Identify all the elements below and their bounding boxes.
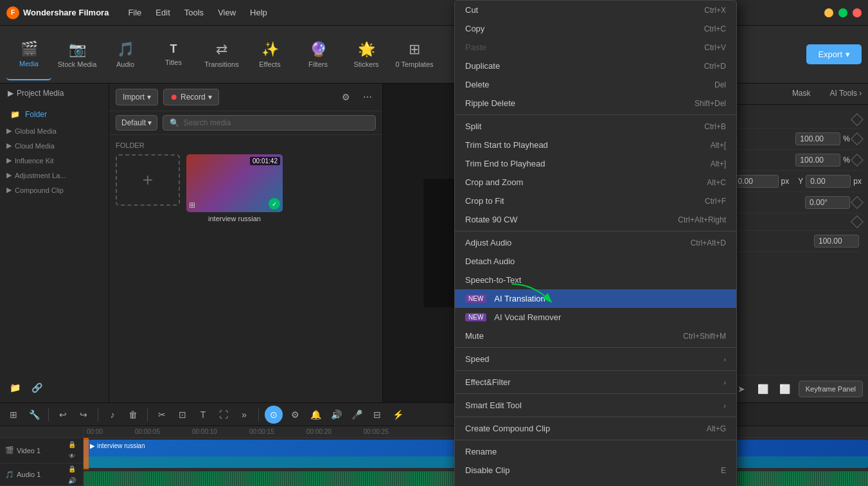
close-button[interactable]: [853, 8, 862, 17]
toolbar-stickers[interactable]: 🌟 Stickers: [344, 29, 389, 80]
ripple-edit-button[interactable]: ♪: [104, 406, 121, 423]
keyframe-panel-button[interactable]: Keyframe Panel: [799, 381, 863, 397]
keyframe-prev-button[interactable]: ⬜: [755, 381, 772, 397]
ctx-mute[interactable]: Mute Ctrl+Shift+M: [455, 327, 736, 345]
delete-button[interactable]: 🗑: [125, 406, 141, 423]
sidebar-item-cloud-media[interactable]: ▶ Cloud Media: [0, 138, 109, 153]
filter-icon[interactable]: ⚙: [337, 89, 354, 105]
menu-help[interactable]: Help: [244, 5, 274, 20]
undo-button[interactable]: ↩: [55, 406, 71, 423]
video-lock-button[interactable]: 🔒: [66, 439, 78, 451]
import-button[interactable]: Import ▾: [116, 89, 158, 105]
ctx-copy[interactable]: Copy Ctrl+C: [455, 19, 736, 38]
export-button[interactable]: Export ▾: [806, 44, 862, 64]
opacity-input[interactable]: [814, 235, 859, 248]
link-button[interactable]: 🔗: [28, 379, 45, 396]
ctx-rename[interactable]: Rename: [455, 442, 736, 461]
transform-keyframe[interactable]: [851, 113, 864, 126]
crop-button[interactable]: ⊡: [174, 406, 191, 423]
magnet-button[interactable]: 🔧: [26, 406, 42, 423]
scale-x-input[interactable]: 100.00: [795, 132, 840, 145]
ctx-cut[interactable]: Cut Ctrl+X: [455, 1, 736, 19]
rotation-input[interactable]: [805, 196, 850, 209]
ctx-trim-end[interactable]: Trim End to Playhead Alt+]: [455, 154, 736, 173]
ctx-trim-start[interactable]: Trim Start to Playhead Alt+[: [455, 136, 736, 154]
play-button[interactable]: ⊙: [265, 406, 283, 424]
search-box[interactable]: 🔍 Search media: [163, 115, 376, 130]
playhead[interactable]: [84, 438, 89, 469]
scale-y-keyframe[interactable]: [851, 154, 864, 166]
ctx-ripple-delete[interactable]: Ripple Delete Shift+Del: [455, 94, 736, 113]
minimize-button[interactable]: [824, 8, 833, 17]
ctx-ai-vocal-label: AI Vocal Remover: [494, 312, 561, 322]
ctx-detach-audio[interactable]: Detach Audio: [455, 252, 736, 271]
toolbar-transitions[interactable]: ⇄ Transitions: [199, 29, 244, 80]
ctx-delete[interactable]: Delete Del: [455, 75, 736, 94]
menu-edit[interactable]: Edit: [149, 5, 176, 20]
render-button[interactable]: 🔔: [307, 406, 324, 423]
audio-lock-button[interactable]: 🔒: [66, 463, 78, 474]
ctx-disable-clip[interactable]: Disable Clip E: [455, 461, 736, 480]
redo-button[interactable]: ↪: [75, 406, 92, 423]
fullscreen-button[interactable]: ⛶: [215, 406, 232, 423]
ctx-duplicate[interactable]: Duplicate Ctrl+D: [455, 57, 736, 75]
ctx-effect-filter[interactable]: Effect&Filter ›: [455, 373, 736, 392]
speed-button[interactable]: ⚙: [287, 406, 303, 423]
sidebar-item-global-media[interactable]: ▶ Global Media: [0, 123, 109, 138]
sidebar-item-adjustment[interactable]: ▶ Adjustment La...: [0, 168, 109, 183]
ctx-smart-edit-label: Smart Edit Tool: [465, 401, 522, 410]
pos-y-input[interactable]: [806, 175, 851, 188]
more-options-icon[interactable]: ⋯: [359, 89, 376, 105]
tab-mask[interactable]: Mask: [779, 84, 824, 104]
toolbar-media[interactable]: 🎬 Media: [6, 29, 51, 80]
cut-button[interactable]: ✂: [154, 406, 170, 423]
ctx-export-selected[interactable]: Export Selected Clips: [455, 480, 736, 486]
scale-x-keyframe[interactable]: [851, 132, 864, 145]
ctx-create-compound[interactable]: Create Compound Clip Alt+G: [455, 419, 736, 438]
add-media-button[interactable]: +: [116, 154, 180, 206]
toolbar-effects[interactable]: ✨ Effects: [247, 29, 292, 80]
maximize-button[interactable]: [838, 8, 847, 17]
toolbar-templates[interactable]: ⊞ 0 Templates: [392, 29, 437, 80]
toolbar-titles[interactable]: T Titles: [151, 29, 196, 80]
effects-tl-button[interactable]: ⚡: [389, 406, 406, 423]
scale-y-input[interactable]: [795, 154, 840, 166]
snap-button[interactable]: ⊟: [369, 406, 385, 423]
compositing-keyframe[interactable]: [851, 215, 864, 228]
timeline: ⊞ 🔧 ↩ ↪ ♪ 🗑 ✂ ⊡ T ⛶ » ⊙ ⚙ 🔔 🔊 🎤 ⊟ ⚡ 🎬 Vi…: [0, 402, 868, 486]
audio-vol-button[interactable]: 🔊: [66, 474, 78, 486]
record-button[interactable]: ⏺ Record ▾: [163, 89, 219, 105]
pos-x-input[interactable]: [734, 175, 779, 188]
menu-view[interactable]: View: [211, 5, 242, 20]
menu-tools[interactable]: Tools: [178, 5, 210, 20]
ctx-speed[interactable]: Speed ›: [455, 350, 736, 368]
ctx-speech-text[interactable]: Speech-to-Text: [455, 271, 736, 289]
add-track-button[interactable]: ⊞: [5, 406, 22, 423]
ctx-smart-edit[interactable]: Smart Edit Tool ›: [455, 396, 736, 415]
ctx-ai-vocal[interactable]: NEW AI Vocal Remover: [455, 308, 736, 327]
sidebar-item-folder[interactable]: 📁 Folder: [0, 105, 109, 123]
more-tl-button[interactable]: »: [236, 406, 252, 423]
toolbar-filters[interactable]: 🔮 Filters: [296, 29, 341, 80]
tab-ai-tools[interactable]: AI Tools ›: [824, 84, 868, 104]
ctx-split[interactable]: Split Ctrl+B: [455, 117, 736, 136]
sidebar-item-influence-kit[interactable]: ▶ Influence Kit: [0, 153, 109, 168]
keyframe-next-button[interactable]: ⬜: [777, 381, 793, 397]
toolbar-stock-media[interactable]: 📷 Stock Media: [55, 29, 100, 80]
add-folder-button[interactable]: 📁: [6, 379, 23, 396]
ctx-crop-fit[interactable]: Crop to Fit Ctrl+F: [455, 192, 736, 210]
ctx-rotate[interactable]: Rotate 90 CW Ctrl+Alt+Right: [455, 210, 736, 229]
video-eye-button[interactable]: 👁: [66, 451, 78, 462]
mic-button[interactable]: 🎤: [348, 406, 365, 423]
menu-file[interactable]: File: [121, 5, 148, 20]
default-select[interactable]: Default ▾: [116, 115, 157, 130]
text-button[interactable]: T: [195, 406, 211, 423]
toolbar-audio[interactable]: 🎵 Audio: [103, 29, 148, 80]
ctx-crop-zoom[interactable]: Crop and Zoom Alt+C: [455, 173, 736, 192]
ctx-adjust-audio[interactable]: Adjust Audio Ctrl+Alt+D: [455, 233, 736, 252]
sidebar-item-compound-clip[interactable]: ▶ Compound Clip: [0, 183, 109, 197]
rotation-keyframe[interactable]: [851, 196, 864, 209]
ctx-ai-translation[interactable]: NEW AI Translation: [455, 289, 736, 308]
list-item[interactable]: 00:01:42 ✓ ⊞ interview russian: [186, 154, 283, 222]
volume-button[interactable]: 🔊: [328, 406, 344, 423]
